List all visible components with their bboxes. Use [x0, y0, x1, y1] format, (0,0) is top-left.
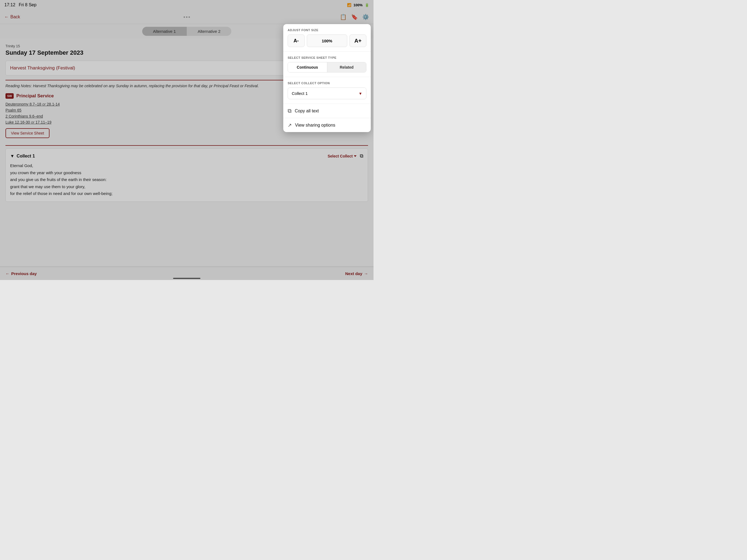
collect-option-title: Select Collect option — [288, 81, 366, 85]
copy-all-text-button[interactable]: Copy all text — [283, 104, 371, 118]
collect-dropdown[interactable]: Collect 1 ▼ — [288, 87, 366, 99]
font-size-controls: A- 100% A+ — [288, 34, 366, 47]
font-size-section: Adjust font size A- 100% A+ — [283, 24, 371, 52]
sheet-type-section: Select Service Sheet type Continuous Rel… — [283, 52, 371, 77]
popup-actions: Copy all text View sharing options — [283, 104, 371, 132]
related-type-button[interactable]: Related — [327, 62, 366, 72]
copy-all-text-icon — [288, 108, 291, 114]
dropdown-chevron-icon: ▼ — [358, 91, 362, 96]
decrease-font-button[interactable]: A- — [288, 34, 305, 47]
font-size-title: Adjust font size — [288, 28, 366, 32]
continuous-type-button[interactable]: Continuous — [288, 62, 327, 72]
share-icon — [288, 122, 292, 128]
collect-option-section: Select Collect option Collect 1 ▼ — [283, 77, 371, 104]
popup-panel: Adjust font size A- 100% A+ Select Servi… — [283, 24, 371, 132]
sheet-type-buttons: Continuous Related — [288, 62, 366, 73]
view-sharing-options-button[interactable]: View sharing options — [283, 118, 371, 132]
font-percent-display: 100% — [307, 34, 347, 47]
collect-dropdown-value: Collect 1 — [292, 91, 308, 96]
sheet-type-title: Select Service Sheet type — [288, 56, 366, 59]
increase-font-button[interactable]: A+ — [350, 34, 366, 47]
